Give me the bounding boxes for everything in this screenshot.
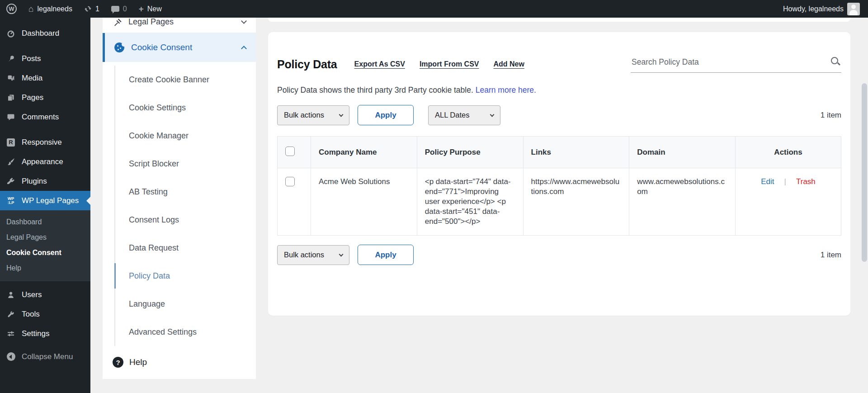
sidebar-item-dashboard[interactable]: Dashboard [0, 24, 90, 43]
admin-bar: W ⌂ legalneeds 1 0 + New H [0, 0, 868, 18]
cell-actions: Edit|Trash [736, 168, 841, 236]
subnav-item-ab-testing[interactable]: AB Testing [115, 178, 256, 206]
sidebar-item-responsive[interactable]: R Responsive [0, 133, 90, 152]
table-row: Acme Web Solutions <p data-start="744" d… [278, 168, 841, 236]
subnav-item-script-blocker[interactable]: Script Blocker [115, 150, 256, 178]
subnav-item-consent-logs[interactable]: Consent Logs [115, 206, 256, 234]
subnav-item-advanced-settings[interactable]: Advanced Settings [115, 318, 256, 346]
sidebar-item-tools[interactable]: Tools [0, 304, 90, 324]
site-link[interactable]: ⌂ legalneeds [28, 5, 72, 13]
column-header-actions: Actions [736, 137, 841, 168]
chevron-up-icon [241, 46, 247, 52]
sidebar-item-pages[interactable]: Pages [0, 88, 90, 107]
card-header: Policy Data Export As CSV Import From CS… [277, 32, 841, 73]
subnav-item-policy-data[interactable]: Policy Data [115, 262, 256, 290]
sidebar-item-plugins[interactable]: Plugins [0, 171, 90, 191]
admin-bar-right: Howdy, legalneeds [783, 3, 860, 15]
sidebar-item-label: Dashboard [22, 29, 59, 38]
dates-filter-select[interactable]: ALL Dates [428, 105, 500, 125]
sidebar-item-comments[interactable]: Comments [0, 107, 90, 127]
my-account-link[interactable]: Howdy, legalneeds [783, 3, 860, 15]
plus-icon: + [139, 5, 144, 13]
sidebar-item-appearance[interactable]: Appearance [0, 152, 90, 171]
howdy-text: Howdy, legalneeds [783, 5, 844, 13]
sidebar-item-posts[interactable]: Posts [0, 49, 90, 68]
updates-link[interactable]: 1 [84, 5, 99, 13]
row-checkbox[interactable] [285, 177, 295, 186]
edit-link[interactable]: Edit [761, 177, 774, 186]
cookie-icon [114, 43, 124, 52]
actions-separator: | [784, 177, 786, 186]
subnav-item-cookie-settings[interactable]: Cookie Settings [115, 94, 256, 122]
select-all-checkbox[interactable] [285, 147, 295, 156]
help-icon: ? [113, 357, 123, 368]
policy-data-table: Company Name Policy Purpose Links Domain… [277, 136, 841, 236]
brush-icon [6, 158, 16, 166]
items-count-bottom: 1 item [821, 251, 841, 260]
bulk-actions-select-bottom[interactable]: Bulk actions [277, 245, 349, 265]
sidebar-item-wp-legal-pages[interactable]: WP:LP WP Legal Pages [0, 191, 90, 210]
sidebar-item-media[interactable]: Media [0, 68, 90, 88]
scrollbar-thumb[interactable] [862, 83, 867, 262]
sidebar-item-label: Settings [22, 329, 49, 338]
scrollbar-track [861, 18, 868, 393]
submenu-item-legal-pages[interactable]: Legal Pages [0, 230, 90, 245]
apply-button-bottom[interactable]: Apply [358, 245, 414, 265]
bulk-actions-label: Bulk actions [284, 111, 324, 119]
comments-link[interactable]: 0 [111, 5, 127, 13]
cell-domain: www.acmewebsolutions.com [629, 168, 736, 236]
sidebar-item-settings[interactable]: Settings [0, 324, 90, 343]
wordpress-menu[interactable]: W [6, 4, 17, 14]
sidebar-item-label: Appearance [22, 157, 63, 166]
sliders-icon [6, 330, 16, 337]
learn-more-link[interactable]: Learn more here. [476, 85, 536, 95]
site-name: legalneeds [37, 5, 72, 13]
nav-item-help[interactable]: ? Help [113, 357, 256, 368]
new-content-link[interactable]: + New [139, 5, 162, 13]
submenu-item-dashboard[interactable]: Dashboard [0, 214, 90, 230]
nav-item-legal-pages[interactable]: Legal Pages [103, 18, 256, 33]
submenu-item-cookie-consent[interactable]: Cookie Consent [0, 245, 90, 260]
nav-item-cookie-consent[interactable]: Cookie Consent [103, 33, 256, 62]
collapse-menu-button[interactable]: Collapse Menu [0, 347, 90, 366]
subnav-item-data-request[interactable]: Data Request [115, 234, 256, 262]
sidebar-item-label: Tools [22, 310, 40, 319]
import-csv-link[interactable]: Import From CSV [420, 60, 479, 68]
trash-link[interactable]: Trash [796, 177, 816, 186]
column-header-policy-purpose: Policy Purpose [417, 137, 523, 168]
column-header-links: Links [523, 137, 629, 168]
media-icon [6, 74, 16, 82]
user-icon [6, 291, 16, 298]
bulk-actions-label: Bulk actions [284, 251, 324, 259]
description-text: Policy Data shows the third party 3rd Pa… [277, 85, 473, 95]
tablenav-bottom: Bulk actions Apply 1 item [277, 245, 841, 265]
cell-links: https://www.acmewebsolutions.com [523, 168, 629, 236]
header-actions: Export As CSV Import From CSV Add New [354, 60, 524, 68]
add-new-link[interactable]: Add New [493, 60, 524, 68]
collapse-menu-label: Collapse Menu [22, 352, 73, 361]
submenu-item-help[interactable]: Help [0, 260, 90, 276]
sidebar-item-users[interactable]: Users [0, 285, 90, 304]
search-input[interactable] [631, 56, 841, 73]
chevron-down-icon [241, 18, 247, 24]
wordpress-logo-icon: W [6, 4, 17, 14]
wp-legal-pages-logo: WP:LP [6, 197, 16, 205]
subnav-item-language[interactable]: Language [115, 290, 256, 318]
select-chevron-icon [339, 252, 344, 256]
admin-sidebar: Dashboard Posts Media Pages Comments [0, 18, 90, 393]
bulk-actions-select[interactable]: Bulk actions [277, 105, 349, 125]
cookie-consent-subnav: Create Cookie Banner Cookie Settings Coo… [114, 66, 256, 346]
collapse-arrow-icon [6, 352, 16, 361]
subnav-item-cookie-manager[interactable]: Cookie Manager [115, 122, 256, 150]
page-description: Policy Data shows the third party 3rd Pa… [277, 85, 841, 95]
search-icon[interactable] [830, 57, 840, 66]
subnav-item-create-cookie-banner[interactable]: Create Cookie Banner [115, 66, 256, 94]
apply-button[interactable]: Apply [358, 105, 414, 125]
sidebar-item-label: WP Legal Pages [22, 196, 79, 205]
column-header-company-name: Company Name [311, 137, 417, 168]
export-csv-link[interactable]: Export As CSV [354, 60, 405, 68]
updates-count: 1 [95, 5, 99, 13]
admin-bar-left: W ⌂ legalneeds 1 0 + New [6, 4, 162, 14]
wp-legal-pages-submenu: Dashboard Legal Pages Cookie Consent Hel… [0, 210, 90, 281]
wordpress-admin-page: W ⌂ legalneeds 1 0 + New H [0, 0, 868, 393]
